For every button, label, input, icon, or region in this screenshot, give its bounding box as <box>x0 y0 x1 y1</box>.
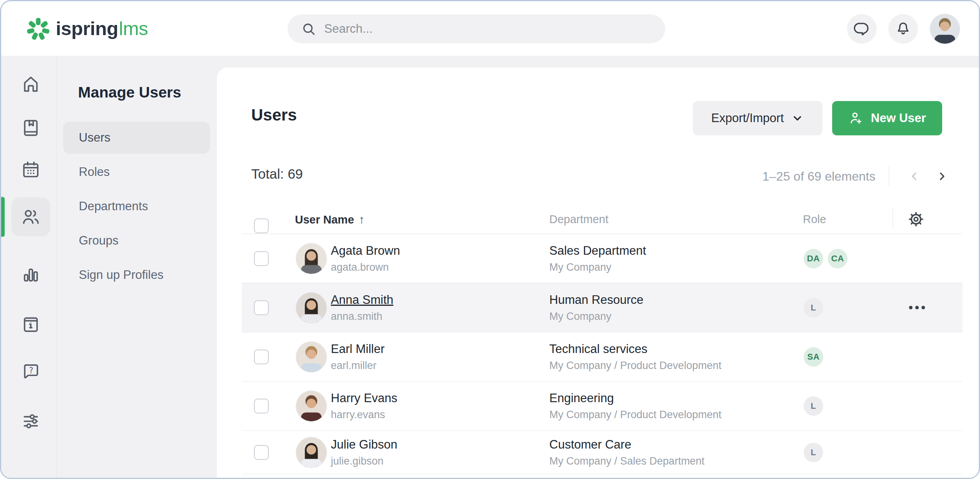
users-icon <box>21 207 41 227</box>
nav-panel: Manage Users UsersRolesDepartmentsGroups… <box>57 56 217 478</box>
logo-text: ispringlms <box>56 18 148 39</box>
sidebar-icon-info[interactable] <box>11 305 50 344</box>
chevron-down-icon <box>791 112 804 125</box>
user-name-link[interactable]: Earl Miller <box>331 342 385 356</box>
user-avatar[interactable] <box>930 14 960 44</box>
department-path: My Company <box>549 310 643 323</box>
sidebar-icon-home[interactable] <box>11 65 50 104</box>
department-name: Engineering <box>549 391 721 405</box>
sidebar-icon-chart[interactable] <box>11 255 50 294</box>
user-name-link[interactable]: Agata Brown <box>331 244 400 257</box>
user-name-link[interactable]: Julie Gibson <box>331 438 398 451</box>
search-input[interactable] <box>324 22 652 36</box>
roles-cell: SA <box>804 347 823 367</box>
role-badge: L <box>804 443 823 462</box>
table-settings-button[interactable] <box>905 208 927 230</box>
header-divider <box>893 208 893 229</box>
new-user-button[interactable]: New User <box>832 101 942 135</box>
pagination: 1–25 of 69 elements <box>762 166 955 186</box>
sidebar-icon-users[interactable] <box>11 197 50 236</box>
department-name: Sales Department <box>549 244 646 258</box>
sidebar-icon-help[interactable]: ? <box>11 351 50 390</box>
nav-item-sign-up-profiles[interactable]: Sign up Profiles <box>63 259 210 291</box>
active-section-indicator <box>1 197 5 237</box>
user-login: anna.smith <box>331 310 393 323</box>
pagination-prev-button[interactable] <box>901 166 928 186</box>
book-icon <box>21 118 41 138</box>
role-badge: L <box>804 298 823 318</box>
roles-cell: L <box>804 396 823 416</box>
role-badge: DA <box>804 249 823 268</box>
department-name: Technical services <box>549 342 721 356</box>
main-panel: Users Export/Import New User Total: 69 1… <box>217 67 979 478</box>
table-row[interactable]: Harry Evansharry.evansEngineeringMy Comp… <box>242 381 962 431</box>
home-icon <box>21 74 41 94</box>
help-icon: ? <box>21 361 41 381</box>
svg-text:?: ? <box>29 366 33 375</box>
sidebar-icon-settings[interactable] <box>11 402 50 441</box>
row-avatar <box>296 341 327 373</box>
table-row[interactable]: Julie Gibsonjulie.gibsonCustomer CareMy … <box>242 431 962 474</box>
department-name: Human Resource <box>549 293 643 307</box>
select-all-checkbox[interactable] <box>254 218 269 233</box>
row-avatar-image <box>296 243 327 274</box>
department-cell: EngineeringMy Company / Product Developm… <box>549 391 721 421</box>
nav-item-users[interactable]: Users <box>63 122 210 154</box>
sidebar-icon-calendar[interactable] <box>11 150 50 189</box>
top-bar: ispringlms <box>1 1 979 56</box>
pagination-divider <box>889 166 889 186</box>
table-row[interactable]: Agata Brownagata.brownSales DepartmentMy… <box>242 234 962 283</box>
total-count: Total: 69 <box>251 166 303 182</box>
user-cell: Anna Smithanna.smith <box>331 293 393 323</box>
role-badge: CA <box>828 249 847 268</box>
pagination-next-button[interactable] <box>928 166 955 186</box>
nav-item-departments[interactable]: Departments <box>63 190 210 222</box>
chat-button[interactable] <box>847 14 877 44</box>
icon-sidebar: ? <box>1 56 57 478</box>
column-header-user-name[interactable]: User Name ↑ <box>295 213 365 226</box>
department-path: My Company / Product Development <box>549 409 721 421</box>
department-cell: Sales DepartmentMy Company <box>549 244 646 273</box>
row-checkbox[interactable] <box>254 251 269 266</box>
info-icon <box>21 314 41 334</box>
user-cell: Agata Brownagata.brown <box>331 244 400 273</box>
user-name-link[interactable]: Anna Smith <box>331 293 393 307</box>
table-row[interactable]: Anna Smithanna.smithHuman ResourceMy Com… <box>242 283 962 332</box>
table-header: User Name ↑ Department Role <box>242 208 962 234</box>
export-import-button[interactable]: Export/Import <box>693 101 822 135</box>
logo-flower-icon <box>26 16 50 41</box>
user-login: julie.gibson <box>331 455 398 467</box>
pagination-range: 1–25 of 69 elements <box>762 169 875 184</box>
nav-item-roles[interactable]: Roles <box>63 156 210 188</box>
row-avatar-image <box>296 391 327 421</box>
row-checkbox[interactable] <box>254 349 269 364</box>
department-name: Customer Care <box>549 438 705 452</box>
roles-cell: DACA <box>804 249 847 268</box>
column-header-department: Department <box>549 213 609 226</box>
role-badge: SA <box>804 347 823 367</box>
row-avatar <box>296 243 327 274</box>
bell-icon <box>895 21 911 37</box>
department-path: My Company <box>549 261 646 273</box>
row-checkbox[interactable] <box>254 399 269 413</box>
department-cell: Human ResourceMy Company <box>549 293 643 323</box>
calendar-icon <box>21 160 41 180</box>
user-login: earl.miller <box>331 360 385 372</box>
row-actions-button[interactable] <box>903 298 930 318</box>
nav-item-groups[interactable]: Groups <box>63 225 210 257</box>
notifications-button[interactable] <box>888 14 918 44</box>
page-title: Users <box>251 106 297 124</box>
roles-cell: L <box>804 298 823 318</box>
user-name-link[interactable]: Harry Evans <box>331 391 398 405</box>
app-window: ispringlms <box>0 0 980 479</box>
row-avatar <box>296 292 327 323</box>
row-checkbox[interactable] <box>254 445 269 460</box>
role-badge: L <box>804 396 823 416</box>
table-row[interactable]: Earl Millerearl.millerTechnical services… <box>242 332 962 381</box>
row-avatar <box>296 437 327 468</box>
row-checkbox[interactable] <box>254 300 269 315</box>
user-login: agata.brown <box>331 261 400 273</box>
sidebar-icon-book[interactable] <box>11 108 50 147</box>
department-path: My Company / Product Development <box>549 360 721 372</box>
search-bar <box>288 14 665 43</box>
